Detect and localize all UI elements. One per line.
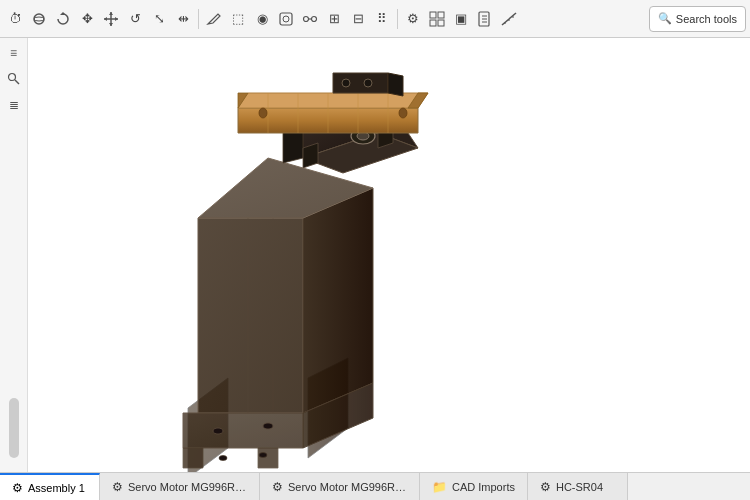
joint-icon[interactable] (299, 8, 321, 30)
cad-viewport[interactable] (28, 38, 750, 472)
svg-rect-15 (438, 12, 444, 18)
sidebar: ≡ ≣ (0, 38, 28, 472)
tab-hc-sr04[interactable]: ⚙ HC-SR04 (528, 473, 628, 500)
svg-marker-30 (198, 218, 303, 413)
svg-marker-63 (388, 73, 403, 96)
pan-icon[interactable]: ✥ (76, 8, 98, 30)
rotate-icon[interactable] (52, 8, 74, 30)
svg-rect-16 (430, 20, 436, 26)
svg-point-65 (364, 79, 372, 87)
tab-cad-imports-icon: 📁 (432, 480, 447, 494)
svg-point-61 (399, 108, 407, 118)
sidebar-inspect-icon[interactable] (3, 68, 25, 90)
scale-icon[interactable]: ⤡ (148, 8, 170, 30)
settings-icon[interactable]: ⚙ (402, 8, 424, 30)
search-tools-label: Search tools (676, 13, 737, 25)
svg-point-38 (263, 423, 273, 429)
tab-assembly1-label: Assembly 1 (28, 482, 85, 494)
svg-line-27 (15, 80, 19, 84)
tab-servo1[interactable]: ⚙ Servo Motor MG996R W... (100, 473, 260, 500)
svg-point-40 (259, 453, 267, 458)
sheet-icon[interactable] (474, 8, 496, 30)
sidebar-scrollbar[interactable] (9, 398, 19, 458)
tab-assembly1-icon: ⚙ (12, 481, 23, 495)
toolbar: ⏱ ✥ ↺ ⤡ ⇹ ⬚ ◉ ⊞ ⊟ ⠿ ⚙ ▣ 🔍 Search tools (0, 0, 750, 38)
svg-marker-5 (109, 12, 113, 15)
svg-marker-35 (183, 448, 203, 468)
svg-marker-36 (258, 448, 278, 468)
orbit-icon[interactable] (28, 8, 50, 30)
sketch-icon[interactable] (203, 8, 225, 30)
svg-point-60 (259, 108, 267, 118)
svg-point-10 (283, 16, 289, 22)
tab-servo2-label: Servo Motor MG996R W... (288, 481, 407, 493)
component-icon[interactable]: ⊟ (347, 8, 369, 30)
svg-marker-7 (104, 17, 107, 21)
svg-marker-31 (303, 188, 373, 413)
assembly-icon[interactable]: ⊞ (323, 8, 345, 30)
svg-point-26 (8, 74, 15, 81)
svg-point-64 (342, 79, 350, 87)
cad-canvas (28, 38, 750, 472)
svg-marker-62 (333, 73, 388, 93)
tab-servo1-icon: ⚙ (112, 480, 123, 494)
move-icon[interactable] (100, 8, 122, 30)
separator-1 (198, 9, 199, 29)
separator-2 (397, 9, 398, 29)
measure-icon[interactable] (498, 8, 520, 30)
search-tools-button[interactable]: 🔍 Search tools (649, 6, 746, 32)
pattern-icon[interactable]: ⠿ (371, 8, 393, 30)
texture-icon[interactable] (275, 8, 297, 30)
svg-marker-2 (60, 12, 66, 15)
select-box-icon[interactable]: ⬚ (227, 8, 249, 30)
render-icon[interactable]: ▣ (450, 8, 472, 30)
sidebar-notes-icon[interactable]: ≣ (3, 94, 25, 116)
3d-model (108, 68, 528, 472)
svg-rect-9 (280, 13, 292, 25)
svg-rect-14 (430, 12, 436, 18)
rotate2-icon[interactable]: ↺ (124, 8, 146, 30)
svg-point-37 (213, 428, 223, 434)
mirror-icon[interactable]: ⇹ (172, 8, 194, 30)
svg-point-0 (34, 14, 44, 24)
svg-marker-33 (183, 413, 303, 448)
svg-marker-8 (115, 17, 118, 21)
main-area: ≡ ≣ (0, 38, 750, 472)
svg-marker-6 (109, 23, 113, 26)
search-icon: 🔍 (658, 12, 672, 25)
tab-servo1-label: Servo Motor MG996R W... (128, 481, 247, 493)
svg-rect-17 (438, 20, 444, 26)
tab-cad-imports[interactable]: 📁 CAD Imports (420, 473, 528, 500)
tab-servo2-icon: ⚙ (272, 480, 283, 494)
svg-point-11 (304, 16, 309, 21)
grid-icon[interactable] (426, 8, 448, 30)
tab-cad-imports-label: CAD Imports (452, 481, 515, 493)
history-icon[interactable]: ⏱ (4, 8, 26, 30)
material-icon[interactable]: ◉ (251, 8, 273, 30)
svg-point-12 (312, 16, 317, 21)
svg-point-1 (34, 17, 44, 21)
sidebar-list-icon[interactable]: ≡ (3, 42, 25, 64)
tab-servo2[interactable]: ⚙ Servo Motor MG996R W... (260, 473, 420, 500)
tab-hc-sr04-label: HC-SR04 (556, 481, 603, 493)
tab-assembly1[interactable]: ⚙ Assembly 1 (0, 473, 100, 500)
bottom-tabs: ⚙ Assembly 1 ⚙ Servo Motor MG996R W... ⚙… (0, 472, 750, 500)
svg-point-39 (219, 456, 227, 461)
tab-hc-sr04-icon: ⚙ (540, 480, 551, 494)
